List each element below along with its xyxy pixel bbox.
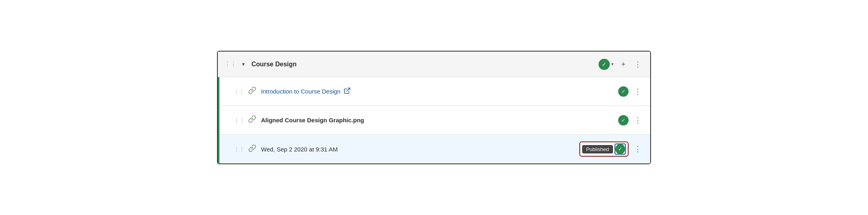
row-drag-handle[interactable]: ⋮⋮ [234, 88, 244, 95]
svg-line-0 [347, 88, 350, 91]
row-drag-handle[interactable]: ⋮⋮ [234, 146, 244, 152]
collapse-button[interactable]: ▼ [239, 61, 247, 68]
module-body: ⋮⋮ Introduction to Course Design [218, 77, 650, 163]
link-icon [248, 115, 256, 125]
check-icon: ✓ [602, 61, 607, 68]
module-container: ⋮⋮ ▼ Course Design ✓ ▾ + ⋮ ⋮⋮ [217, 51, 651, 164]
more-options-button[interactable]: ⋮ [632, 59, 644, 70]
row-title: Wed, Sep 2 2020 at 9:31 AM [261, 146, 579, 153]
row-title: Aligned Course Design Graphic.png [261, 117, 618, 123]
row-more-button[interactable]: ⋮ [632, 115, 644, 125]
module-title: Course Design [251, 61, 599, 68]
header-drag-handle[interactable]: ⋮⋮ [224, 60, 236, 68]
external-link-icon [344, 87, 351, 96]
published-label: Published [582, 145, 613, 153]
row-link[interactable]: Introduction to Course Design [261, 88, 340, 95]
link-icon [248, 86, 256, 96]
add-button[interactable]: + [619, 59, 628, 70]
published-check-button[interactable]: ✓ [615, 143, 626, 155]
publish-status-button[interactable]: ✓ [599, 59, 610, 70]
check-icon: ✓ [621, 89, 625, 94]
module-header: ⋮⋮ ▼ Course Design ✓ ▾ + ⋮ [218, 52, 650, 77]
row-publish-button[interactable]: ✓ [618, 115, 629, 125]
row-publish-button[interactable]: ✓ [618, 86, 629, 97]
row-more-button[interactable]: ⋮ [632, 86, 644, 97]
table-row: ⋮⋮ Aligned Course Design Graphic.png ✓ ⋮ [219, 106, 650, 135]
table-row: ⋮⋮ Introduction to Course Design [219, 77, 650, 106]
row-actions: Published ✓ ⋮ [579, 141, 644, 157]
row-title: Introduction to Course Design [261, 87, 618, 96]
header-actions: ✓ ▾ + ⋮ [599, 59, 644, 70]
publish-check-icon[interactable]: ✓ [615, 144, 625, 154]
row-actions: ✓ ⋮ [618, 86, 644, 97]
table-row: ⋮⋮ Wed, Sep 2 2020 at 9:31 AM Published … [219, 135, 650, 163]
row-actions: ✓ ⋮ [618, 115, 644, 125]
link-icon [248, 144, 256, 154]
row-drag-handle[interactable]: ⋮⋮ [234, 117, 244, 123]
check-icon: ✓ [618, 146, 622, 152]
row-more-button[interactable]: ⋮ [632, 144, 644, 154]
check-icon: ✓ [621, 117, 625, 123]
publish-toggle-group: ✓ ▾ [599, 59, 615, 70]
publish-dropdown-button[interactable]: ▾ [611, 61, 615, 68]
published-badge: Published ✓ [579, 141, 629, 157]
